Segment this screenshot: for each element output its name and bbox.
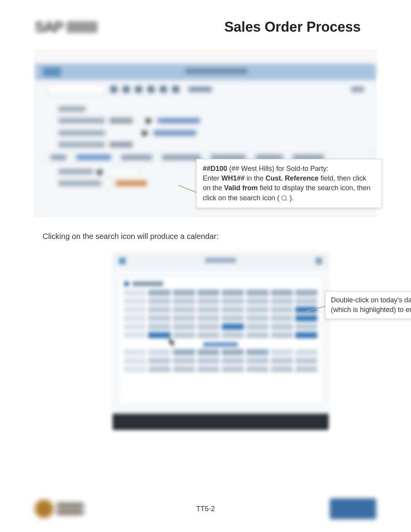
- footer-logo-right: [330, 498, 376, 519]
- callout-sold-to-party: ##D100 (## West Hills) for Sold-to Party…: [196, 159, 382, 208]
- body-paragraph: Clicking on the search icon will produce…: [43, 232, 376, 241]
- close-icon: [315, 257, 322, 264]
- page-title: Sales Order Process: [224, 19, 361, 35]
- screenshot-standard-order: ##D100 (## West Hills) for Sold-to Party…: [35, 50, 376, 217]
- callout-double-click-date: Double-click on today's date (which is h…: [325, 291, 411, 319]
- screenshot-calendar: Double-click on today's date (which is h…: [112, 252, 329, 430]
- search-icon: [281, 195, 288, 201]
- calendar-icon: [119, 257, 126, 264]
- page-footer: TT5-2: [35, 497, 376, 520]
- footer-logo-left: [35, 497, 93, 520]
- page-number: TT5-2: [196, 505, 215, 513]
- sap-logo: SAP: [35, 15, 108, 39]
